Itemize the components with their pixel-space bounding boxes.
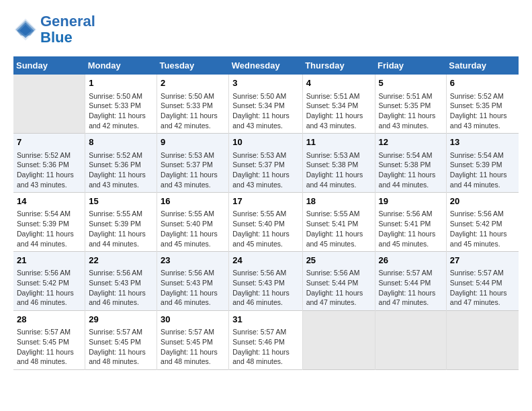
calendar-cell: 14Sunrise: 5:54 AM Sunset: 5:39 PM Dayli… (13, 193, 85, 252)
day-number: 16 (161, 195, 225, 208)
day-detail: Sunrise: 5:56 AM Sunset: 5:41 PM Dayligh… (379, 209, 443, 248)
day-number: 29 (89, 314, 153, 326)
day-number: 14 (17, 195, 81, 208)
calendar-cell: 13Sunrise: 5:54 AM Sunset: 5:39 PM Dayli… (446, 134, 519, 193)
day-number: 30 (161, 314, 225, 326)
week-row-4: 21Sunrise: 5:56 AM Sunset: 5:42 PM Dayli… (13, 252, 519, 311)
day-number: 7 (17, 136, 81, 148)
calendar-cell: 30Sunrise: 5:57 AM Sunset: 5:45 PM Dayli… (157, 311, 229, 370)
day-detail: Sunrise: 5:52 AM Sunset: 5:36 PM Dayligh… (89, 150, 153, 190)
calendar-cell: 6Sunrise: 5:52 AM Sunset: 5:35 PM Daylig… (446, 75, 519, 133)
calendar-cell: 29Sunrise: 5:57 AM Sunset: 5:45 PM Dayli… (85, 311, 157, 370)
calendar-cell: 1Sunrise: 5:50 AM Sunset: 5:33 PM Daylig… (85, 75, 157, 133)
day-detail: Sunrise: 5:52 AM Sunset: 5:36 PM Dayligh… (17, 150, 81, 190)
day-number: 21 (17, 255, 81, 267)
day-number: 9 (161, 136, 225, 148)
day-detail: Sunrise: 5:57 AM Sunset: 5:44 PM Dayligh… (450, 268, 515, 308)
day-number: 6 (450, 77, 515, 89)
day-detail: Sunrise: 5:56 AM Sunset: 5:43 PM Dayligh… (89, 268, 153, 308)
calendar-cell: 5Sunrise: 5:51 AM Sunset: 5:35 PM Daylig… (375, 75, 446, 133)
calendar-cell: 2Sunrise: 5:50 AM Sunset: 5:33 PM Daylig… (157, 75, 229, 133)
day-detail: Sunrise: 5:57 AM Sunset: 5:45 PM Dayligh… (89, 327, 153, 367)
calendar-cell: 8Sunrise: 5:52 AM Sunset: 5:36 PM Daylig… (85, 134, 157, 193)
calendar-cell: 25Sunrise: 5:56 AM Sunset: 5:44 PM Dayli… (302, 252, 375, 311)
day-number: 8 (89, 136, 153, 148)
logo-icon (13, 17, 38, 42)
day-detail: Sunrise: 5:55 AM Sunset: 5:40 PM Dayligh… (232, 209, 298, 248)
day-detail: Sunrise: 5:56 AM Sunset: 5:43 PM Dayligh… (232, 268, 298, 308)
day-detail: Sunrise: 5:54 AM Sunset: 5:38 PM Dayligh… (379, 150, 443, 190)
calendar-cell: 27Sunrise: 5:57 AM Sunset: 5:44 PM Dayli… (446, 252, 519, 311)
column-header-tuesday: Tuesday (157, 56, 229, 75)
logo-text: General Blue (40, 13, 95, 46)
column-header-wednesday: Wednesday (229, 56, 302, 75)
calendar-cell (375, 311, 446, 370)
day-number: 19 (379, 195, 443, 208)
day-detail: Sunrise: 5:54 AM Sunset: 5:39 PM Dayligh… (450, 150, 515, 190)
day-number: 23 (161, 255, 225, 267)
calendar-cell: 28Sunrise: 5:57 AM Sunset: 5:45 PM Dayli… (13, 311, 85, 370)
calendar-cell: 23Sunrise: 5:56 AM Sunset: 5:43 PM Dayli… (157, 252, 229, 311)
week-row-1: 1Sunrise: 5:50 AM Sunset: 5:33 PM Daylig… (13, 75, 519, 133)
day-number: 1 (89, 77, 153, 89)
day-detail: Sunrise: 5:57 AM Sunset: 5:44 PM Dayligh… (379, 268, 443, 308)
day-number: 25 (306, 255, 371, 267)
day-detail: Sunrise: 5:50 AM Sunset: 5:34 PM Dayligh… (232, 91, 298, 131)
day-detail: Sunrise: 5:57 AM Sunset: 5:46 PM Dayligh… (232, 327, 298, 367)
page-header: General Blue (13, 13, 519, 46)
calendar-cell: 12Sunrise: 5:54 AM Sunset: 5:38 PM Dayli… (375, 134, 446, 193)
day-detail: Sunrise: 5:55 AM Sunset: 5:40 PM Dayligh… (161, 209, 225, 248)
day-number: 3 (232, 77, 298, 89)
day-number: 28 (17, 314, 81, 326)
column-header-saturday: Saturday (446, 56, 519, 75)
day-number: 18 (306, 195, 371, 208)
calendar-cell (13, 75, 85, 133)
week-row-3: 14Sunrise: 5:54 AM Sunset: 5:39 PM Dayli… (13, 193, 519, 252)
day-number: 20 (450, 195, 515, 208)
calendar-cell: 4Sunrise: 5:51 AM Sunset: 5:34 PM Daylig… (302, 75, 375, 133)
column-header-friday: Friday (375, 56, 446, 75)
day-number: 22 (89, 255, 153, 267)
day-number: 4 (306, 77, 371, 89)
week-row-2: 7Sunrise: 5:52 AM Sunset: 5:36 PM Daylig… (13, 134, 519, 193)
day-number: 2 (161, 77, 225, 89)
day-detail: Sunrise: 5:50 AM Sunset: 5:33 PM Dayligh… (161, 91, 225, 131)
day-detail: Sunrise: 5:51 AM Sunset: 5:34 PM Dayligh… (306, 91, 371, 131)
day-detail: Sunrise: 5:56 AM Sunset: 5:43 PM Dayligh… (161, 268, 225, 308)
column-header-monday: Monday (85, 56, 157, 75)
calendar-cell: 20Sunrise: 5:56 AM Sunset: 5:42 PM Dayli… (446, 193, 519, 252)
day-detail: Sunrise: 5:56 AM Sunset: 5:44 PM Dayligh… (306, 268, 371, 308)
day-number: 24 (232, 255, 298, 267)
calendar-cell (302, 311, 375, 370)
calendar-cell: 10Sunrise: 5:53 AM Sunset: 5:37 PM Dayli… (229, 134, 302, 193)
day-detail: Sunrise: 5:57 AM Sunset: 5:45 PM Dayligh… (17, 327, 81, 367)
calendar-cell: 3Sunrise: 5:50 AM Sunset: 5:34 PM Daylig… (229, 75, 302, 133)
calendar-cell: 7Sunrise: 5:52 AM Sunset: 5:36 PM Daylig… (13, 134, 85, 193)
day-number: 5 (379, 77, 443, 89)
day-detail: Sunrise: 5:53 AM Sunset: 5:37 PM Dayligh… (232, 150, 298, 190)
calendar-cell: 19Sunrise: 5:56 AM Sunset: 5:41 PM Dayli… (375, 193, 446, 252)
calendar-table: SundayMondayTuesdayWednesdayThursdayFrid… (13, 56, 519, 370)
day-number: 27 (450, 255, 515, 267)
day-detail: Sunrise: 5:54 AM Sunset: 5:39 PM Dayligh… (17, 209, 81, 248)
day-detail: Sunrise: 5:50 AM Sunset: 5:33 PM Dayligh… (89, 91, 153, 131)
day-number: 11 (306, 136, 371, 148)
calendar-cell: 11Sunrise: 5:53 AM Sunset: 5:38 PM Dayli… (302, 134, 375, 193)
week-row-5: 28Sunrise: 5:57 AM Sunset: 5:45 PM Dayli… (13, 311, 519, 370)
calendar-cell: 9Sunrise: 5:53 AM Sunset: 5:37 PM Daylig… (157, 134, 229, 193)
day-number: 31 (232, 314, 298, 326)
day-detail: Sunrise: 5:52 AM Sunset: 5:35 PM Dayligh… (450, 91, 515, 131)
day-detail: Sunrise: 5:53 AM Sunset: 5:38 PM Dayligh… (306, 150, 371, 190)
calendar-cell: 17Sunrise: 5:55 AM Sunset: 5:40 PM Dayli… (229, 193, 302, 252)
day-detail: Sunrise: 5:51 AM Sunset: 5:35 PM Dayligh… (379, 91, 443, 131)
day-detail: Sunrise: 5:56 AM Sunset: 5:42 PM Dayligh… (450, 209, 515, 248)
calendar-cell: 24Sunrise: 5:56 AM Sunset: 5:43 PM Dayli… (229, 252, 302, 311)
calendar-cell (446, 311, 519, 370)
day-number: 10 (232, 136, 298, 148)
calendar-cell: 26Sunrise: 5:57 AM Sunset: 5:44 PM Dayli… (375, 252, 446, 311)
calendar-cell: 22Sunrise: 5:56 AM Sunset: 5:43 PM Dayli… (85, 252, 157, 311)
calendar-cell: 18Sunrise: 5:55 AM Sunset: 5:41 PM Dayli… (302, 193, 375, 252)
day-detail: Sunrise: 5:55 AM Sunset: 5:41 PM Dayligh… (306, 209, 371, 248)
day-number: 15 (89, 195, 153, 208)
calendar-header: SundayMondayTuesdayWednesdayThursdayFrid… (13, 56, 519, 75)
